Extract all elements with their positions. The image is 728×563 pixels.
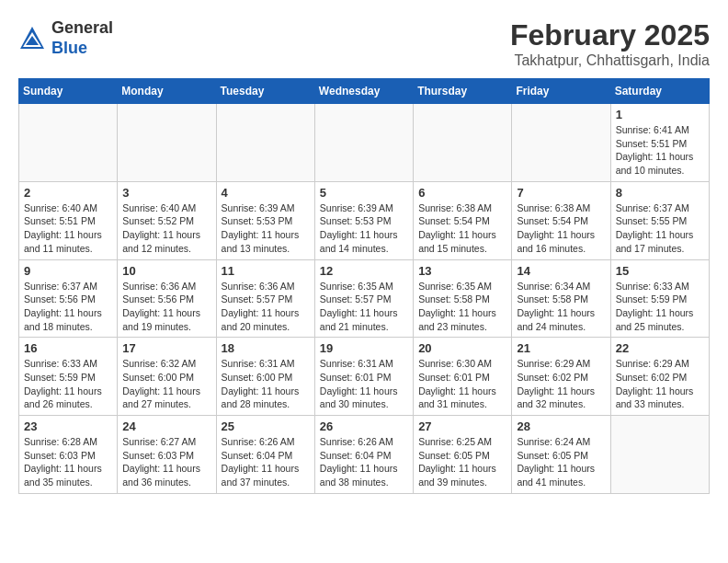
day-info: Sunrise: 6:36 AM Sunset: 5:57 PM Dayligh…: [222, 280, 310, 334]
calendar-cell: [19, 104, 118, 182]
calendar-cell: [216, 104, 314, 182]
day-number: 23: [24, 419, 112, 433]
day-info: Sunrise: 6:26 AM Sunset: 6:04 PM Dayligh…: [320, 435, 408, 489]
calendar-cell: 11Sunrise: 6:36 AM Sunset: 5:57 PM Dayli…: [216, 259, 314, 338]
day-info: Sunrise: 6:24 AM Sunset: 6:05 PM Dayligh…: [517, 435, 605, 489]
day-info: Sunrise: 6:32 AM Sunset: 6:00 PM Dayligh…: [122, 357, 210, 411]
day-number: 28: [517, 419, 605, 433]
calendar-cell: 17Sunrise: 6:32 AM Sunset: 6:00 PM Dayli…: [118, 338, 216, 416]
calendar-cell: 19Sunrise: 6:31 AM Sunset: 6:01 PM Dayli…: [314, 338, 413, 416]
weekday-header-monday: Monday: [118, 79, 216, 104]
weekday-header-sunday: Sunday: [19, 79, 118, 104]
logo-icon: [18, 25, 46, 52]
day-number: 2: [24, 186, 112, 200]
logo: General Blue: [18, 18, 113, 58]
day-info: Sunrise: 6:28 AM Sunset: 6:03 PM Dayligh…: [24, 435, 112, 489]
day-number: 1: [616, 108, 704, 121]
weekday-header-friday: Friday: [512, 79, 610, 104]
day-info: Sunrise: 6:31 AM Sunset: 6:00 PM Dayligh…: [222, 357, 310, 411]
day-info: Sunrise: 6:37 AM Sunset: 5:55 PM Dayligh…: [616, 201, 704, 256]
day-number: 4: [222, 186, 310, 200]
calendar-cell: 2Sunrise: 6:40 AM Sunset: 5:51 PM Daylig…: [19, 181, 118, 259]
day-info: Sunrise: 6:35 AM Sunset: 5:57 PM Dayligh…: [320, 280, 408, 334]
calendar-cell: 1Sunrise: 6:41 AM Sunset: 5:51 PM Daylig…: [610, 104, 709, 182]
day-number: 3: [122, 186, 210, 200]
day-info: Sunrise: 6:36 AM Sunset: 5:56 PM Dayligh…: [122, 280, 210, 334]
calendar-cell: [118, 104, 216, 182]
calendar-cell: 22Sunrise: 6:29 AM Sunset: 6:02 PM Dayli…: [610, 338, 709, 416]
day-number: 14: [517, 264, 605, 278]
month-title: February 2025: [510, 18, 710, 52]
weekday-header-row: SundayMondayTuesdayWednesdayThursdayFrid…: [19, 79, 710, 104]
calendar-cell: 14Sunrise: 6:34 AM Sunset: 5:58 PM Dayli…: [512, 259, 610, 338]
day-number: 9: [24, 264, 112, 278]
calendar-cell: [414, 104, 512, 182]
calendar-week-2: 2Sunrise: 6:40 AM Sunset: 5:51 PM Daylig…: [19, 181, 710, 259]
logo-text: General Blue: [51, 18, 113, 58]
day-number: 15: [616, 264, 704, 278]
day-number: 6: [418, 186, 506, 200]
calendar-week-1: 1Sunrise: 6:41 AM Sunset: 5:51 PM Daylig…: [19, 104, 710, 182]
calendar-cell: 4Sunrise: 6:39 AM Sunset: 5:53 PM Daylig…: [216, 181, 314, 259]
calendar-cell: 27Sunrise: 6:25 AM Sunset: 6:05 PM Dayli…: [414, 416, 512, 494]
calendar-cell: 9Sunrise: 6:37 AM Sunset: 5:56 PM Daylig…: [19, 259, 118, 338]
day-info: Sunrise: 6:39 AM Sunset: 5:53 PM Dayligh…: [320, 201, 408, 256]
day-number: 13: [418, 264, 506, 278]
calendar-week-5: 23Sunrise: 6:28 AM Sunset: 6:03 PM Dayli…: [19, 416, 710, 494]
calendar-cell: 25Sunrise: 6:26 AM Sunset: 6:04 PM Dayli…: [216, 416, 314, 494]
calendar-cell: 12Sunrise: 6:35 AM Sunset: 5:57 PM Dayli…: [314, 259, 413, 338]
calendar-cell: 28Sunrise: 6:24 AM Sunset: 6:05 PM Dayli…: [512, 416, 610, 494]
calendar-cell: 16Sunrise: 6:33 AM Sunset: 5:59 PM Dayli…: [19, 338, 118, 416]
day-info: Sunrise: 6:29 AM Sunset: 6:02 PM Dayligh…: [517, 357, 605, 411]
calendar-cell: 21Sunrise: 6:29 AM Sunset: 6:02 PM Dayli…: [512, 338, 610, 416]
day-number: 16: [24, 341, 112, 355]
calendar-cell: 3Sunrise: 6:40 AM Sunset: 5:52 PM Daylig…: [118, 181, 216, 259]
day-number: 24: [122, 419, 210, 433]
day-number: 19: [320, 341, 408, 355]
weekday-header-thursday: Thursday: [414, 79, 512, 104]
calendar-cell: 5Sunrise: 6:39 AM Sunset: 5:53 PM Daylig…: [314, 181, 413, 259]
calendar-cell: [512, 104, 610, 182]
day-number: 27: [418, 419, 506, 433]
day-info: Sunrise: 6:29 AM Sunset: 6:02 PM Dayligh…: [616, 357, 704, 411]
day-number: 17: [122, 341, 210, 355]
day-info: Sunrise: 6:39 AM Sunset: 5:53 PM Dayligh…: [222, 201, 310, 256]
day-info: Sunrise: 6:40 AM Sunset: 5:51 PM Dayligh…: [24, 201, 112, 256]
day-info: Sunrise: 6:25 AM Sunset: 6:05 PM Dayligh…: [418, 435, 506, 489]
calendar-cell: 24Sunrise: 6:27 AM Sunset: 6:03 PM Dayli…: [118, 416, 216, 494]
day-info: Sunrise: 6:40 AM Sunset: 5:52 PM Dayligh…: [122, 201, 210, 256]
day-number: 12: [320, 264, 408, 278]
day-number: 22: [616, 341, 704, 355]
calendar-cell: 26Sunrise: 6:26 AM Sunset: 6:04 PM Dayli…: [314, 416, 413, 494]
calendar-cell: 10Sunrise: 6:36 AM Sunset: 5:56 PM Dayli…: [118, 259, 216, 338]
day-info: Sunrise: 6:38 AM Sunset: 5:54 PM Dayligh…: [517, 201, 605, 256]
day-number: 26: [320, 419, 408, 433]
day-info: Sunrise: 6:27 AM Sunset: 6:03 PM Dayligh…: [122, 435, 210, 489]
day-number: 21: [517, 341, 605, 355]
calendar-cell: 23Sunrise: 6:28 AM Sunset: 6:03 PM Dayli…: [19, 416, 118, 494]
calendar-cell: 8Sunrise: 6:37 AM Sunset: 5:55 PM Daylig…: [610, 181, 709, 259]
calendar-cell: 6Sunrise: 6:38 AM Sunset: 5:54 PM Daylig…: [414, 181, 512, 259]
calendar-cell: [314, 104, 413, 182]
day-number: 11: [222, 264, 310, 278]
calendar-cell: 7Sunrise: 6:38 AM Sunset: 5:54 PM Daylig…: [512, 181, 610, 259]
title-block: February 2025 Takhatpur, Chhattisgarh, I…: [510, 18, 710, 69]
day-info: Sunrise: 6:33 AM Sunset: 5:59 PM Dayligh…: [616, 280, 704, 334]
day-info: Sunrise: 6:41 AM Sunset: 5:51 PM Dayligh…: [616, 123, 704, 178]
day-info: Sunrise: 6:37 AM Sunset: 5:56 PM Dayligh…: [24, 280, 112, 334]
day-number: 18: [222, 341, 310, 355]
calendar-cell: 13Sunrise: 6:35 AM Sunset: 5:58 PM Dayli…: [414, 259, 512, 338]
calendar-cell: [610, 416, 709, 494]
day-number: 8: [616, 186, 704, 200]
weekday-header-saturday: Saturday: [610, 79, 709, 104]
day-number: 25: [222, 419, 310, 433]
day-info: Sunrise: 6:34 AM Sunset: 5:58 PM Dayligh…: [517, 280, 605, 334]
day-number: 20: [418, 341, 506, 355]
weekday-header-tuesday: Tuesday: [216, 79, 314, 104]
day-number: 5: [320, 186, 408, 200]
day-info: Sunrise: 6:35 AM Sunset: 5:58 PM Dayligh…: [418, 280, 506, 334]
page-header: General Blue February 2025 Takhatpur, Ch…: [18, 18, 710, 69]
day-info: Sunrise: 6:31 AM Sunset: 6:01 PM Dayligh…: [320, 357, 408, 411]
calendar-cell: 15Sunrise: 6:33 AM Sunset: 5:59 PM Dayli…: [610, 259, 709, 338]
day-info: Sunrise: 6:26 AM Sunset: 6:04 PM Dayligh…: [222, 435, 310, 489]
